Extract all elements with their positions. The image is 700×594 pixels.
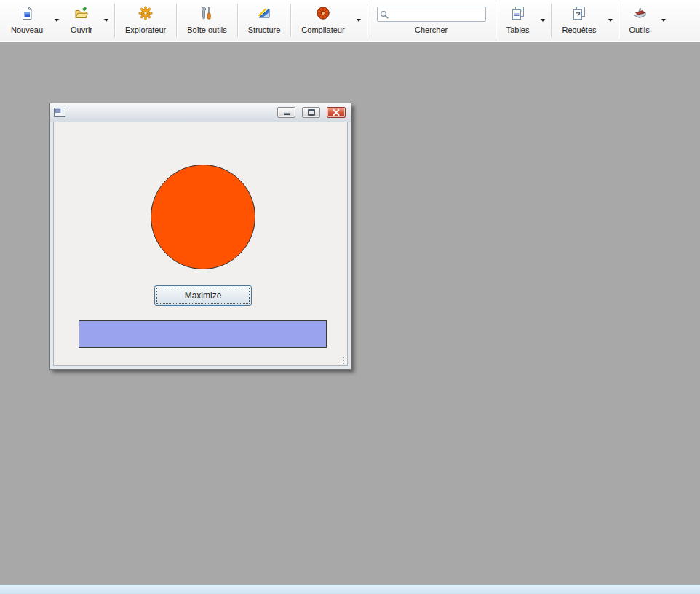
close-button[interactable]: [327, 107, 346, 118]
open-folder-icon: [73, 5, 90, 21]
structure-icon: [256, 5, 272, 21]
chevron-down-icon: [608, 19, 613, 22]
toolbar-button-outils[interactable]: Outils: [621, 0, 658, 41]
toolbar-separator: [237, 4, 238, 37]
purple-panel: [79, 320, 327, 348]
minimize-button[interactable]: [277, 107, 295, 118]
tables-dropdown-arrow[interactable]: [537, 0, 549, 41]
toolbar-label-structure: Structure: [248, 25, 281, 34]
toolbar-separator: [367, 4, 367, 37]
search-box: [377, 7, 486, 22]
form-window-titlebar[interactable]: [50, 103, 351, 122]
toolbar: Nouveau Ouvrir: [0, 0, 700, 41]
toolbar-label-tables: Tables: [506, 25, 530, 34]
gear-icon: [138, 5, 154, 21]
search-label: Chercher: [415, 25, 448, 34]
queries-icon: ?: [571, 5, 587, 21]
toolbar-button-requetes[interactable]: ? Requêtes: [554, 0, 604, 41]
toolbar-button-structure[interactable]: Structure: [240, 0, 289, 41]
compiler-icon: [315, 5, 331, 21]
minimize-icon: [283, 109, 290, 116]
nouveau-dropdown-arrow[interactable]: [51, 0, 63, 41]
search-input[interactable]: [377, 7, 486, 22]
horizontal-scrollbar-track[interactable]: [0, 585, 700, 594]
toolbar-label-requetes: Requêtes: [562, 25, 596, 34]
tables-icon: [510, 5, 526, 21]
toolbar-label-outils: Outils: [629, 25, 650, 34]
search-group: Chercher: [370, 0, 493, 41]
maximize-button[interactable]: Maximize: [154, 285, 252, 306]
toolbar-button-explorateur[interactable]: Explorateur: [117, 0, 174, 41]
toolbar-button-tables[interactable]: Tables: [498, 0, 538, 41]
toolbox-icon: [199, 5, 215, 21]
plane-tool-icon: [632, 5, 648, 21]
maximize-icon: [308, 109, 315, 116]
maximize-window-button[interactable]: [302, 107, 320, 118]
toolbar-separator: [496, 4, 496, 37]
requetes-dropdown-arrow[interactable]: [605, 0, 616, 41]
ouvrir-dropdown-arrow[interactable]: [100, 0, 112, 41]
toolbar-label-explorateur: Explorateur: [125, 25, 166, 34]
chevron-down-icon: [357, 19, 361, 22]
compilateur-dropdown-arrow[interactable]: [353, 0, 365, 41]
window-controls: [277, 107, 346, 118]
toolbar-label-compilateur: Compilateur: [301, 25, 344, 34]
resize-grip[interactable]: [337, 355, 346, 365]
new-document-icon: [19, 5, 35, 21]
chevron-down-icon: [104, 19, 108, 22]
close-icon: [333, 109, 340, 116]
toolbar-separator: [114, 4, 115, 37]
toolbar-label-boite-outils: Boîte outils: [187, 25, 226, 34]
desktop-area: Maximize: [0, 42, 700, 585]
toolbar-button-nouveau[interactable]: Nouveau: [3, 0, 51, 41]
chevron-down-icon: [661, 19, 666, 22]
form-window: Maximize: [49, 103, 351, 370]
toolbar-button-compilateur[interactable]: Compilateur: [293, 0, 352, 41]
toolbar-separator: [176, 4, 177, 37]
orange-circle-shape: [151, 165, 255, 269]
toolbar-separator: [290, 4, 291, 37]
outils-dropdown-arrow[interactable]: [658, 0, 669, 41]
toolbar-separator: [619, 4, 619, 37]
svg-text:?: ?: [576, 11, 580, 19]
toolbar-button-ouvrir[interactable]: Ouvrir: [63, 0, 100, 41]
toolbar-label-nouveau: Nouveau: [11, 25, 43, 34]
toolbar-label-ouvrir: Ouvrir: [71, 25, 92, 34]
toolbar-button-boite-outils[interactable]: Boîte outils: [179, 0, 234, 41]
window-icon: [54, 108, 65, 117]
application-window: Nouveau Ouvrir: [0, 0, 700, 594]
chevron-down-icon: [541, 19, 545, 22]
chevron-down-icon: [55, 19, 59, 22]
form-client-area: Maximize: [53, 122, 348, 366]
toolbar-separator: [551, 4, 552, 37]
